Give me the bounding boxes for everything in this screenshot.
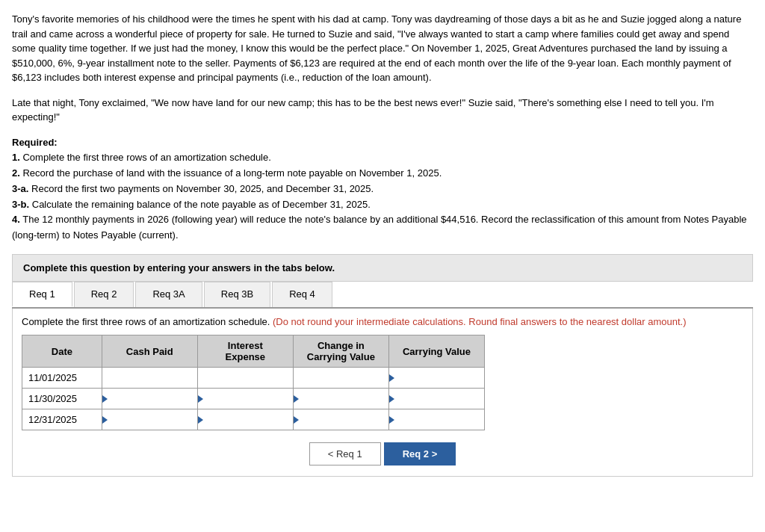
tabs-container: Req 1 Req 2 Req 3A Req 3B Req 4: [12, 282, 753, 309]
date-cell-3: 12/31/2025: [22, 409, 102, 430]
change-carrying-cell-1[interactable]: [293, 368, 388, 389]
carrying-value-cell-1[interactable]: [388, 368, 484, 389]
prev-button[interactable]: < Req 1: [309, 442, 381, 466]
cash-paid-input-1[interactable]: [102, 368, 197, 388]
cash-paid-input-3[interactable]: [102, 409, 197, 430]
story-paragraph2: Late that night, Tony exclaimed, "We now…: [12, 96, 753, 125]
req-item-4: 4. The 12 monthly payments in 2026 (foll…: [12, 212, 753, 244]
story-paragraph1: Tony's favorite memories of his childhoo…: [12, 12, 753, 85]
change-carrying-input-1[interactable]: [294, 368, 388, 388]
instruction-box: Complete this question by entering your …: [12, 254, 753, 282]
date-cell-2: 11/30/2025: [22, 389, 102, 409]
interest-expense-input-1[interactable]: [198, 368, 293, 388]
carrying-value-cell-2[interactable]: [388, 389, 484, 409]
col-header-cash-paid: Cash Paid: [102, 335, 197, 368]
content-area: Complete the first three rows of an amor…: [12, 309, 753, 477]
interest-expense-cell-3[interactable]: [197, 409, 293, 430]
next-button[interactable]: Req 2 >: [384, 442, 456, 466]
required-title: Required:: [12, 137, 58, 148]
tab-req3a[interactable]: Req 3A: [135, 282, 202, 307]
table-row-3: 12/31/2025: [22, 409, 485, 430]
req-item-3b: 3-b. Calculate the remaining balance of …: [12, 197, 753, 213]
tab-req2[interactable]: Req 2: [74, 282, 134, 307]
interest-expense-input-2[interactable]: [198, 389, 293, 409]
cash-paid-input-2[interactable]: [102, 389, 197, 409]
change-carrying-cell-2[interactable]: [293, 389, 388, 409]
col-header-date: Date: [22, 335, 102, 368]
interest-expense-input-3[interactable]: [198, 409, 293, 430]
interest-expense-cell-1[interactable]: [197, 368, 293, 389]
navigation-buttons: < Req 1 Req 2 >: [22, 442, 743, 466]
req-item-1: 1. Complete the first three rows of an a…: [12, 150, 753, 166]
col-header-carrying-value: Carrying Value: [388, 335, 484, 368]
change-carrying-cell-3[interactable]: [293, 409, 388, 430]
cash-paid-cell-3[interactable]: [102, 409, 197, 430]
tab-req3b[interactable]: Req 3B: [204, 282, 270, 307]
cash-paid-cell-2[interactable]: [102, 389, 197, 409]
table-instructions: Complete the first three rows of an amor…: [22, 316, 743, 327]
change-carrying-input-2[interactable]: [294, 389, 388, 409]
carrying-value-cell-3[interactable]: [388, 409, 484, 430]
date-cell-1: 11/01/2025: [22, 368, 102, 389]
cash-paid-cell-1[interactable]: [102, 368, 197, 389]
tab-req4[interactable]: Req 4: [272, 282, 332, 307]
table-row-1: 11/01/2025: [22, 368, 485, 389]
table-row-2: 11/30/2025: [22, 389, 485, 409]
carrying-value-input-3[interactable]: [389, 409, 484, 430]
change-carrying-input-3[interactable]: [294, 409, 388, 430]
tab-req1[interactable]: Req 1: [12, 282, 72, 307]
carrying-value-input-2[interactable]: [389, 389, 484, 409]
carrying-value-input-1[interactable]: [389, 368, 484, 388]
req-item-3a: 3-a. Record the first two payments on No…: [12, 182, 753, 197]
col-header-interest-expense: InterestExpense: [197, 335, 293, 368]
amortization-table: Date Cash Paid InterestExpense Change in…: [22, 335, 485, 430]
col-header-change-carrying: Change inCarrying Value: [293, 335, 388, 368]
req-item-2: 2. Record the purchase of land with the …: [12, 166, 753, 182]
interest-expense-cell-2[interactable]: [197, 389, 293, 409]
